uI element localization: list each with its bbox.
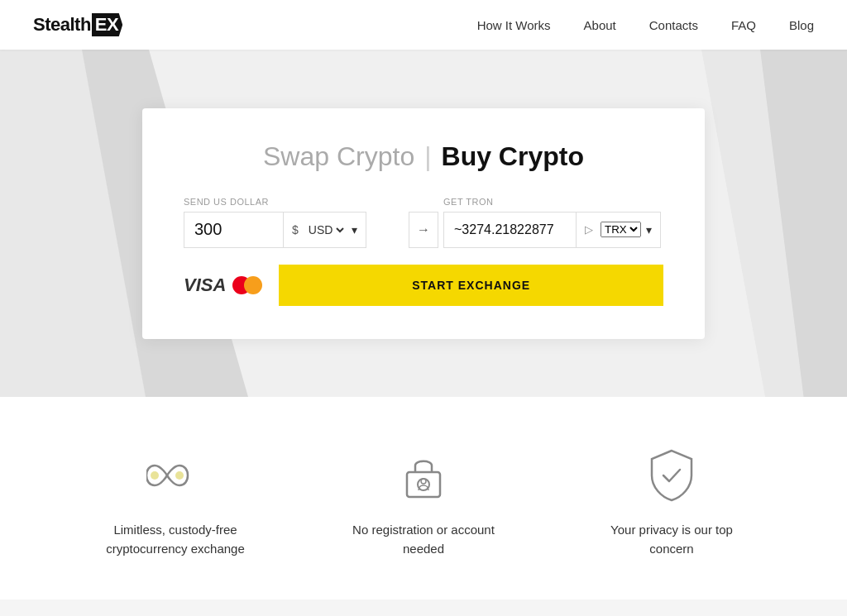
lock-person-icon [395, 446, 452, 504]
nav-blog[interactable]: Blog [789, 18, 814, 32]
nav-about[interactable]: About [584, 18, 616, 32]
arrow-icon: → [417, 222, 430, 237]
logo[interactable]: StealthEX [33, 13, 122, 36]
get-currency-select[interactable]: ▷ TRX BTC ETH ▾ [576, 212, 661, 248]
get-field-group: GET TRON ~3274.21822877 ▷ TRX BTC ETH ▾ [443, 197, 663, 248]
card-title: Swap Crypto | Buy Crypto [184, 141, 663, 172]
title-swap: Swap Crypto [263, 141, 414, 172]
hero-section: Swap Crypto | Buy Crypto SEND US DOLLAR … [0, 50, 847, 397]
shield-check-icon [643, 446, 701, 504]
send-currency-dropdown[interactable]: USD EUR GBP [305, 222, 347, 237]
send-amount-input[interactable] [184, 212, 283, 248]
get-input-row: ~3274.21822877 ▷ TRX BTC ETH ▾ [443, 212, 663, 248]
feature-no-registration: No registration or account needed [341, 446, 506, 558]
main-nav: How It Works About Contacts FAQ Blog [477, 18, 814, 32]
send-input-row: $ USD EUR GBP ▾ [184, 212, 404, 248]
card-footer: VISA START EXCHANGE [184, 265, 663, 306]
mastercard-logo [232, 276, 262, 294]
send-label: SEND US DOLLAR [184, 197, 404, 207]
title-divider: | [424, 141, 431, 172]
svg-point-0 [151, 471, 159, 480]
header: StealthEX How It Works About Contacts FA… [0, 0, 847, 50]
visa-logo: VISA [184, 275, 226, 296]
feature-limitless: Limitless, custody-free cryptocurrency e… [93, 446, 258, 558]
trx-icon: ▷ [585, 223, 593, 236]
start-exchange-button[interactable]: START EXCHANGE [279, 265, 663, 306]
feature-privacy: Your privacy is our top concern [589, 446, 754, 558]
logo-ex-text: EX [92, 13, 122, 36]
nav-faq[interactable]: FAQ [731, 18, 756, 32]
swap-arrow-button[interactable]: → [409, 212, 438, 248]
nav-contacts[interactable]: Contacts [649, 18, 698, 32]
svg-point-1 [175, 471, 184, 480]
feature-no-registration-text: No registration or account needed [341, 521, 506, 558]
send-field-group: SEND US DOLLAR $ USD EUR GBP ▾ [184, 197, 404, 248]
payment-icons: VISA [184, 275, 262, 296]
svg-point-3 [418, 479, 429, 490]
svg-rect-2 [407, 472, 440, 497]
nav-how-it-works[interactable]: How It Works [477, 18, 551, 32]
infinity-icon [146, 446, 204, 504]
title-buy: Buy Crypto [442, 141, 584, 172]
send-currency-select[interactable]: $ USD EUR GBP ▾ [283, 212, 366, 248]
feature-limitless-text: Limitless, custody-free cryptocurrency e… [93, 521, 258, 558]
features-section: Limitless, custody-free cryptocurrency e… [0, 397, 847, 599]
feature-privacy-text: Your privacy is our top concern [589, 521, 754, 558]
exchange-card: Swap Crypto | Buy Crypto SEND US DOLLAR … [142, 108, 705, 339]
get-currency-dropdown[interactable]: TRX BTC ETH [601, 222, 641, 237]
get-currency-chevron: ▾ [646, 223, 652, 236]
send-currency-chevron: ▾ [352, 223, 357, 236]
mc-circle-orange [244, 276, 262, 294]
dollar-sign: $ [292, 223, 299, 236]
get-amount-display: ~3274.21822877 [443, 212, 576, 248]
get-label: GET TRON [443, 197, 663, 207]
exchange-form-row: SEND US DOLLAR $ USD EUR GBP ▾ [184, 197, 663, 248]
logo-stealth-text: Stealth [33, 14, 91, 36]
